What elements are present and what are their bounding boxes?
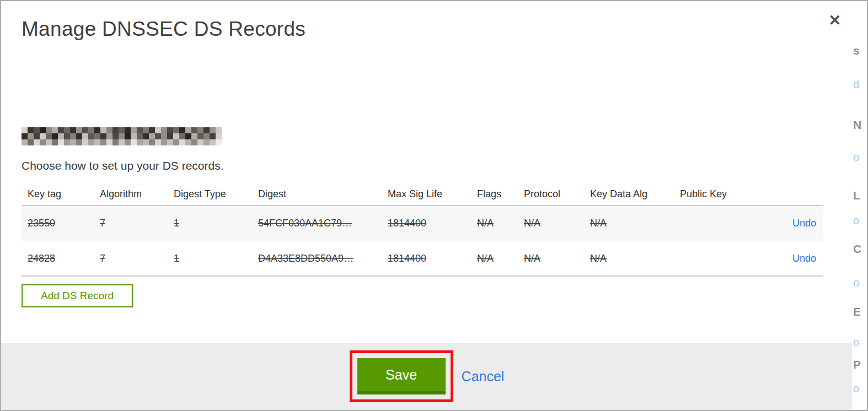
table-row: 23550 7 1 54FCF030AA1C79… 1814400 N/A N/… <box>22 206 823 241</box>
background-text-fragment: P <box>853 358 861 371</box>
header-flags: Flags <box>471 188 518 200</box>
cell-algorithm: 7 <box>94 253 168 264</box>
header-algorithm: Algorithm <box>94 188 168 200</box>
subtitle-text: Choose how to set up your DS records. <box>22 159 224 172</box>
close-icon[interactable]: ✕ <box>828 13 841 28</box>
background-text-fragment: o <box>853 382 859 395</box>
cell-flags: N/A <box>471 218 518 229</box>
table-row: 24828 7 1 D4A33E8DD550A9… 1814400 N/A N/… <box>22 241 823 277</box>
cell-max-sig-life: 1814400 <box>382 218 471 229</box>
screenshot-frame: Manage DNSSEC DS Records ✕ Choose how to… <box>0 0 868 411</box>
background-page-strip: sdNoLoCoEoPo <box>852 1 867 410</box>
header-key-tag: Key tag <box>22 188 94 200</box>
footer-actions: Save Cancel <box>350 350 505 402</box>
cell-algorithm: 7 <box>94 218 168 229</box>
cell-key-tag: 24828 <box>22 253 94 264</box>
background-text-fragment: d <box>853 78 859 91</box>
background-text-fragment: o <box>853 277 859 289</box>
annotation-highlight-box: Save <box>350 350 453 402</box>
background-text-fragment: N <box>853 118 861 132</box>
dnssec-modal: Manage DNSSEC DS Records ✕ Choose how to… <box>1 1 853 410</box>
undo-link[interactable]: Undo <box>792 253 816 264</box>
cell-actions: Undo <box>757 253 823 264</box>
undo-link[interactable]: Undo <box>792 218 816 229</box>
background-text-fragment: s <box>853 44 860 57</box>
background-text-fragment: E <box>853 305 861 318</box>
cell-digest: 54FCF030AA1C79… <box>252 218 382 229</box>
save-button[interactable]: Save <box>357 358 446 394</box>
background-text-fragment: C <box>853 242 861 256</box>
background-text-fragment: o <box>853 151 859 164</box>
ds-records-table: Key tag Algorithm Digest Type Digest Max… <box>22 183 823 277</box>
table-header-row: Key tag Algorithm Digest Type Digest Max… <box>22 183 823 206</box>
modal-footer: Save Cancel <box>1 343 853 410</box>
header-protocol: Protocol <box>518 188 584 200</box>
cell-key-data-alg: N/A <box>584 218 674 229</box>
cell-max-sig-life: 1814400 <box>382 253 471 264</box>
page-title: Manage DNSSEC DS Records <box>22 18 306 41</box>
cell-flags: N/A <box>471 253 518 264</box>
background-text-fragment: o <box>853 336 859 349</box>
header-key-data-alg: Key Data Alg <box>584 188 674 200</box>
header-public-key: Public Key <box>674 188 757 200</box>
cell-key-tag: 23550 <box>22 218 94 229</box>
cell-protocol: N/A <box>518 218 584 229</box>
header-digest-type: Digest Type <box>168 188 252 200</box>
cell-digest-type: 1 <box>168 253 252 264</box>
cell-protocol: N/A <box>518 253 584 264</box>
header-digest: Digest <box>252 188 382 200</box>
background-text-fragment: o <box>853 214 859 227</box>
cancel-link[interactable]: Cancel <box>462 369 505 385</box>
cell-key-data-alg: N/A <box>584 253 674 264</box>
cell-actions: Undo <box>757 218 823 229</box>
background-text-fragment: L <box>853 189 860 202</box>
cell-digest: D4A33E8DD550A9… <box>252 253 382 264</box>
cell-digest-type: 1 <box>168 218 252 229</box>
add-ds-record-button[interactable]: Add DS Record <box>22 284 133 307</box>
header-max-sig-life: Max Sig Life <box>382 188 471 200</box>
redacted-domain <box>22 127 222 145</box>
